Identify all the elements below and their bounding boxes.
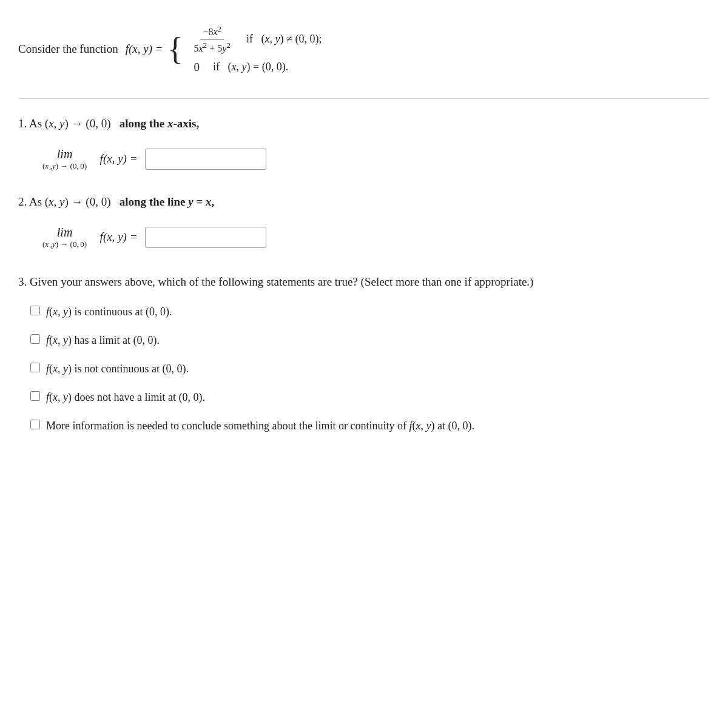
option-3-label: f(x, y) is not continuous at (0, 0). (46, 361, 189, 377)
case1-condition: if (x, y) ≠ (0, 0); (246, 33, 322, 45)
option-1-label: f(x, y) is continuous at (0, 0). (46, 304, 172, 320)
part1-heading: 1. As (x, y) → (0, 0) along the x-axis, (18, 117, 710, 130)
part3-section: 3. Given your answers above, which of th… (18, 273, 710, 435)
part1-label: 1. As (x, y) → (0, 0) (18, 117, 111, 130)
denominator: 5x2 + 5y2 (192, 39, 234, 54)
part1-section: 1. As (x, y) → (0, 0) along the x-axis, … (18, 117, 710, 171)
list-item: f(x, y) is not continuous at (0, 0). (30, 361, 710, 377)
case2-value: 0 (192, 61, 200, 74)
cases-table: −8x2 5x2 + 5y2 if (x, y) ≠ (0, 0); 0 if … (192, 24, 322, 74)
part2-section: 2. As (x, y) → (0, 0) along the line y =… (18, 195, 710, 249)
case-row-1: −8x2 5x2 + 5y2 if (x, y) ≠ (0, 0); (192, 24, 322, 55)
part2-fx-label: f(x, y) = (94, 230, 137, 244)
part1-fx-label: f(x, y) = (94, 152, 137, 166)
part3-heading: 3. Given your answers above, which of th… (18, 273, 710, 291)
part2-lim-word: lim (57, 226, 73, 240)
checkbox-5[interactable] (30, 420, 40, 429)
option-4-label: f(x, y) does not have a limit at (0, 0). (46, 389, 205, 406)
checkbox-3[interactable] (30, 363, 40, 372)
list-item: f(x, y) does not have a limit at (0, 0). (30, 389, 710, 406)
consider-text: Consider the function (18, 42, 118, 56)
part1-lim-block: lim (x ,y) → (0, 0) (42, 147, 87, 171)
part3-label: 3. Given your answers above, which of th… (18, 275, 533, 288)
case-row-2: 0 if (x, y) = (0, 0). (192, 61, 322, 74)
part2-limit-expr: lim (x ,y) → (0, 0) f(x, y) = (42, 226, 710, 249)
part1-limit-expr: lim (x ,y) → (0, 0) f(x, y) = (42, 147, 710, 171)
option-2-label: f(x, y) has a limit at (0, 0). (46, 332, 160, 349)
list-item: More information is needed to conclude s… (30, 418, 710, 434)
part1-bold: along the x-axis, (120, 117, 199, 130)
part2-heading: 2. As (x, y) → (0, 0) along the line y =… (18, 195, 710, 209)
checkbox-4[interactable] (30, 391, 40, 401)
problem-intro: Consider the function f(x, y) = { −8x2 5… (18, 24, 710, 74)
part2-answer-input[interactable] (145, 227, 266, 248)
part2-lim-block: lim (x ,y) → (0, 0) (42, 226, 87, 249)
part1-answer-input[interactable] (145, 149, 266, 170)
option-5-label: More information is needed to conclude s… (46, 418, 474, 434)
part1-lim-sub: (x ,y) → (0, 0) (42, 161, 87, 171)
list-item: f(x, y) is continuous at (0, 0). (30, 304, 710, 320)
part2-bold: along the line y = x, (120, 195, 215, 208)
part2-lim-sub: (x ,y) → (0, 0) (42, 240, 87, 249)
fraction: −8x2 5x2 + 5y2 (192, 24, 234, 55)
function-name: f(x, y) = (126, 42, 163, 56)
part2-label: 2. As (x, y) → (0, 0) (18, 195, 111, 208)
checkbox-1[interactable] (30, 306, 40, 315)
case2-condition: if (x, y) = (0, 0). (213, 61, 288, 73)
numerator: −8x2 (200, 24, 224, 39)
checkbox-list: f(x, y) is continuous at (0, 0). f(x, y)… (30, 304, 710, 434)
divider-1 (18, 98, 710, 99)
list-item: f(x, y) has a limit at (0, 0). (30, 332, 710, 349)
function-definition: f(x, y) = { −8x2 5x2 + 5y2 if (x, y) ≠ (… (126, 24, 322, 74)
part1-lim-word: lim (57, 147, 73, 161)
checkbox-2[interactable] (30, 334, 40, 344)
brace-symbol: { (168, 33, 183, 65)
